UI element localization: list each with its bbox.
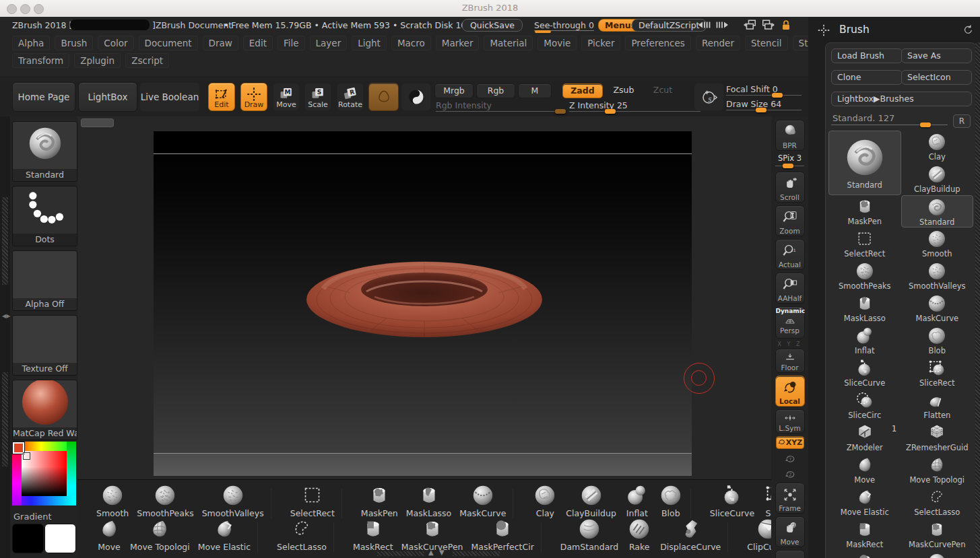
brush-item-maskpen[interactable]: MaskPen [828, 195, 901, 228]
tray-maskpen[interactable]: MaskPen [357, 483, 402, 518]
r-button[interactable]: R [953, 114, 971, 128]
brush-item-selectlasso[interactable]: SelectLasso [901, 486, 974, 518]
brush-item-maskrect[interactable]: MaskRect [828, 518, 901, 551]
brush-item-smoothpeaks[interactable]: SmoothPeaks [828, 260, 901, 292]
menu-stencil[interactable]: Stencil [745, 36, 788, 50]
menu-alpha[interactable]: Alpha [12, 36, 50, 50]
next-document-icon[interactable] [758, 18, 779, 32]
shelf-matcap-red-wa[interactable]: MatCap Red Wa [12, 380, 77, 440]
brush-item-move-elastic[interactable]: Move Elastic [828, 486, 901, 518]
shelf-texture-off[interactable]: Texture Off [12, 315, 77, 376]
brush-item-smoothvalleys[interactable]: SmoothValleys [901, 260, 974, 292]
tray-smoothpeaks[interactable]: SmoothPeaks [133, 483, 197, 518]
shelf-move-button[interactable]: Move [775, 516, 805, 547]
brush-item-inflat[interactable]: Inflat [828, 324, 901, 357]
rot-y-icon[interactable]: Y [782, 452, 798, 466]
tray-clay[interactable]: Clay [528, 483, 562, 518]
z-intensity-slider[interactable]: Z Intensity 25 [569, 100, 628, 110]
brush-item-maskcurve[interactable]: MaskCurve [901, 292, 974, 324]
see-through-slider[interactable]: See-through 0 [534, 20, 594, 31]
tray-clipcurve[interactable]: ClipCurve [743, 516, 771, 552]
shelf-dots[interactable]: Dots [12, 186, 77, 246]
lightbox-button[interactable]: LightBox [78, 82, 137, 112]
tray-scroll-down-icon[interactable]: ▼ [439, 549, 445, 556]
canvas[interactable] [154, 131, 692, 476]
menu-edit[interactable]: Edit [243, 36, 273, 50]
current-lightcap-button[interactable] [368, 83, 399, 111]
menu-draw[interactable]: Draw [203, 36, 238, 50]
brush-item-damstandard[interactable]: DamStandard [901, 551, 974, 558]
shelf-alpha-off[interactable]: Alpha Off [12, 250, 77, 311]
menu-zplugin[interactable]: Zplugin [74, 53, 121, 68]
home-page-button[interactable]: Home Page [12, 82, 75, 112]
quicksave-button[interactable]: QuickSave [462, 19, 523, 32]
torus-model[interactable] [304, 259, 544, 340]
lightbox-brushes-button[interactable]: Lightbox▶Brushes [831, 92, 972, 106]
tray-move-topologi[interactable]: Move Topologi [126, 516, 194, 552]
menu-file[interactable]: File [277, 36, 305, 50]
secondary-color-swatch[interactable] [44, 524, 76, 553]
draw-size-handle[interactable] [756, 108, 766, 112]
menu-preferences[interactable]: Preferences [625, 36, 690, 50]
menu-light[interactable]: Light [352, 36, 387, 50]
load-brush-button[interactable]: Load Brush [831, 48, 903, 63]
menu-movie[interactable]: Movie [537, 36, 577, 50]
shelf-scroll-button[interactable]: Scroll [775, 172, 805, 203]
draw-size-slider[interactable]: Draw Size 64 [726, 99, 781, 109]
m-button[interactable]: M [518, 83, 552, 98]
current-material-button[interactable] [401, 83, 431, 111]
brush-item-claybuildup[interactable]: ClayBuildup [901, 163, 974, 195]
divider-handle[interactable] [81, 118, 114, 127]
select-icon-button[interactable]: SelectIcon [901, 70, 972, 85]
brush-item-smooth[interactable]: Smooth [901, 228, 974, 260]
brush-item-standard[interactable]: Standard [828, 131, 901, 195]
rgb-intensity-slider[interactable]: Rgb Intensity [436, 100, 492, 110]
focal-shift-handle[interactable] [772, 93, 783, 98]
brush-selector-handle[interactable] [920, 123, 931, 127]
tray-selectrect[interactable]: SelectRect [286, 483, 339, 518]
shelf-aahalf-button[interactable]: AAHalf [775, 273, 805, 304]
rgb-intensity-handle[interactable] [555, 109, 566, 114]
tray-move-elastic[interactable]: Move Elastic [194, 516, 255, 552]
menu-transform[interactable]: Transform [12, 53, 69, 68]
brush-selector-slider[interactable]: Standard. 127 R [831, 113, 971, 127]
scale-button[interactable]: S Scale [304, 83, 331, 111]
shelf-mag-3d-button[interactable] [775, 550, 805, 558]
undo-history-left-icon[interactable] [692, 18, 713, 32]
menu-material[interactable]: Material [484, 36, 533, 50]
menu-macro[interactable]: Macro [391, 36, 431, 50]
undo-history-right-icon[interactable] [714, 18, 734, 32]
live-boolean-button[interactable]: Live Boolean [139, 82, 200, 112]
tray-selectlasso[interactable]: SelectLasso [273, 516, 331, 552]
shelf-frame-button[interactable]: Frame [775, 483, 805, 514]
left-edge-strip[interactable]: ◀▶ [0, 116, 10, 558]
see-through-handle[interactable] [535, 30, 551, 33]
shelf-zoom-button[interactable]: Zoom [775, 205, 805, 236]
mrgb-button[interactable]: Mrgb [434, 83, 473, 98]
rot-z-icon[interactable]: Z [782, 467, 798, 481]
shelf-persp-button[interactable]: DynamicPersp [775, 306, 805, 339]
shelf-floor-button[interactable]: Floor [775, 349, 805, 373]
main-color-swatch[interactable] [12, 524, 44, 553]
brush-item-blob[interactable]: Blob [901, 324, 974, 357]
tray-inflat[interactable]: Inflat [620, 483, 654, 518]
tray-scroll-up-icon[interactable]: ▲ [428, 549, 434, 556]
tray-claybuildup[interactable]: ClayBuildup [562, 483, 620, 518]
rotate-button[interactable]: R Rotate [337, 83, 364, 111]
tray-masklasso[interactable]: MaskLasso [402, 483, 456, 518]
tray-slicecurve[interactable]: SliceCurve [706, 483, 758, 518]
brush-item-move[interactable]: Move [828, 454, 901, 486]
move-button[interactable]: M Move [273, 83, 300, 111]
stroke-type-button[interactable]: S [694, 83, 724, 111]
menu-render[interactable]: Render [696, 36, 740, 50]
brush-item-standard[interactable]: Standard [901, 195, 974, 228]
menu-layer[interactable]: Layer [310, 36, 348, 50]
brush-item-maskperfectcir[interactable]: MaskPerfectCir [828, 551, 901, 558]
save-as-button[interactable]: Save As [901, 48, 972, 63]
tray-maskrect[interactable]: MaskRect [349, 516, 397, 552]
tray-maskcurvepen[interactable]: MaskCurvePen [397, 516, 467, 552]
tray-smoothvalleys[interactable]: SmoothValleys [198, 483, 268, 518]
brush-item-slicecirc[interactable]: SliceCirc [828, 389, 901, 421]
menu-brush[interactable]: Brush [55, 36, 93, 50]
shelf-local-button[interactable]: Local [775, 376, 805, 407]
